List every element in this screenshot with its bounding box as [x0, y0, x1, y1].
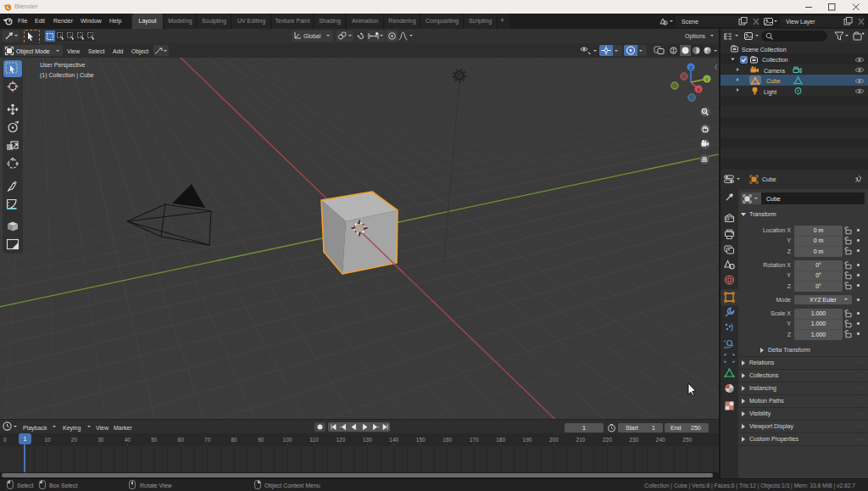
svg-text:240: 240	[656, 437, 665, 443]
svg-text:0: 0	[3, 437, 7, 443]
svg-text:70: 70	[204, 437, 211, 443]
svg-text:20: 20	[71, 437, 78, 443]
svg-text:30: 30	[97, 437, 104, 443]
svg-text:250: 250	[682, 437, 692, 443]
svg-text:190: 190	[523, 437, 532, 443]
svg-text:90: 90	[258, 437, 264, 443]
svg-text:X: X	[697, 87, 700, 92]
svg-text:80: 80	[231, 437, 237, 443]
svg-text:60: 60	[178, 437, 185, 443]
svg-text:120: 120	[336, 437, 345, 443]
svg-text:150: 150	[416, 437, 426, 443]
svg-text:40: 40	[125, 437, 131, 443]
svg-text:Z: Z	[689, 65, 693, 70]
svg-text:230: 230	[629, 437, 638, 443]
svg-text:140: 140	[389, 437, 398, 443]
svg-text:220: 220	[603, 437, 612, 443]
svg-text:50: 50	[151, 437, 158, 443]
svg-text:160: 160	[442, 437, 452, 443]
svg-text:100: 100	[283, 437, 292, 443]
svg-text:130: 130	[363, 437, 372, 443]
svg-text:110: 110	[309, 437, 319, 443]
svg-text:10: 10	[44, 437, 51, 443]
svg-text:170: 170	[470, 437, 479, 443]
svg-text:Y: Y	[705, 77, 709, 82]
svg-text:180: 180	[496, 437, 505, 443]
svg-text:200: 200	[549, 437, 559, 443]
svg-text:210: 210	[576, 437, 586, 443]
